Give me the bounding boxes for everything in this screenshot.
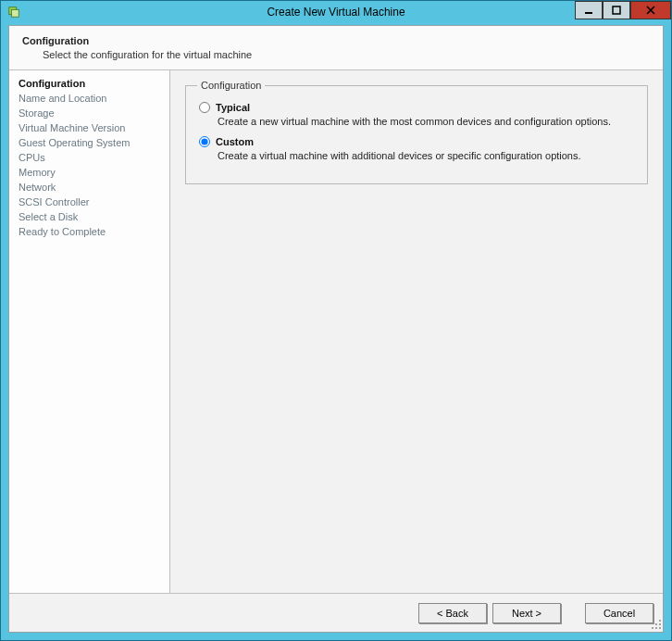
option-custom: Custom Create a virtual machine with add… [199, 136, 636, 161]
configuration-group: Configuration Typical Create a new virtu… [185, 80, 648, 184]
step-network[interactable]: Network [19, 180, 160, 195]
back-button[interactable]: < Back [418, 603, 487, 623]
option-typical-label: Typical [216, 102, 250, 113]
option-custom-label: Custom [216, 136, 254, 147]
wizard-window: Create New Virtual Machine Configuration… [0, 0, 672, 641]
window-controls [575, 1, 671, 19]
maximize-button[interactable] [603, 1, 630, 19]
wizard-body: Configuration Name and Location Storage … [9, 70, 663, 593]
close-button[interactable] [630, 1, 671, 19]
step-memory[interactable]: Memory [19, 165, 160, 180]
wizard-footer: < Back Next > Cancel [9, 593, 663, 632]
radio-typical[interactable] [199, 102, 210, 113]
step-cpus[interactable]: CPUs [19, 150, 160, 165]
step-select-a-disk[interactable]: Select a Disk [19, 209, 160, 224]
configuration-legend: Configuration [197, 80, 265, 91]
client-area: Configuration Select the configuration f… [8, 25, 664, 633]
option-typical-row[interactable]: Typical [199, 102, 636, 113]
next-button[interactable]: Next > [492, 603, 561, 623]
option-typical: Typical Create a new virtual machine wit… [199, 102, 636, 127]
wizard-header: Configuration Select the configuration f… [9, 26, 663, 70]
step-guest-operating-system[interactable]: Guest Operating System [19, 135, 160, 150]
step-storage[interactable]: Storage [19, 106, 160, 120]
wizard-main: Configuration Typical Create a new virtu… [170, 70, 663, 593]
option-custom-description: Create a virtual machine with additional… [218, 150, 636, 161]
step-configuration[interactable]: Configuration [19, 76, 160, 91]
minimize-button[interactable] [575, 1, 603, 19]
radio-custom[interactable] [199, 136, 210, 147]
wizard-steps-sidebar: Configuration Name and Location Storage … [9, 70, 170, 593]
step-scsi-controller[interactable]: SCSI Controller [19, 195, 160, 209]
option-custom-row[interactable]: Custom [199, 136, 636, 147]
step-ready-to-complete[interactable]: Ready to Complete [19, 224, 160, 239]
step-name-and-location[interactable]: Name and Location [19, 91, 160, 106]
app-icon [4, 2, 24, 22]
svg-rect-2 [585, 12, 592, 14]
option-typical-description: Create a new virtual machine with the mo… [218, 116, 636, 127]
cancel-button[interactable]: Cancel [585, 603, 653, 623]
page-subtitle: Select the configuration for the virtual… [43, 49, 652, 60]
window-title: Create New Virtual Machine [1, 6, 671, 19]
page-title: Configuration [22, 35, 652, 46]
step-virtual-machine-version[interactable]: Virtual Machine Version [19, 120, 160, 135]
svg-rect-3 [613, 6, 620, 14]
svg-rect-1 [11, 9, 19, 17]
titlebar: Create New Virtual Machine [1, 1, 671, 23]
